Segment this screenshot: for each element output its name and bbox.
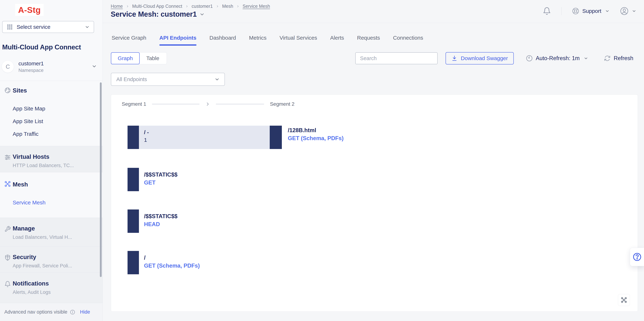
namespace-switcher[interactable]: C customer1 Namespace [2, 58, 100, 76]
breadcrumb-mcac[interactable]: Multi-Cloud App Connect [132, 4, 182, 9]
sidebar-nav: Sites App Site Map App Site List App Tra… [0, 81, 102, 303]
segment-connector-line [216, 104, 264, 105]
graph-node-bar-segment1[interactable] [128, 251, 139, 274]
sidebar-section-notifications[interactable]: Notifications Alerts, Audit Logs [0, 273, 102, 303]
auto-refresh-label: Auto-Refresh: 1m [536, 55, 580, 62]
breadcrumb-customer1[interactable]: customer1 [192, 4, 213, 9]
support-menu[interactable]: Support [572, 7, 609, 15]
app-root: A-Stg Select service Multi-Cloud App Con… [0, 0, 644, 321]
account-menu[interactable] [620, 7, 636, 16]
graph-view-button[interactable]: Graph [111, 52, 140, 64]
virtual-hosts-icon [4, 154, 11, 161]
sidebar-item-service-mesh[interactable]: Service Mesh [13, 196, 46, 209]
tab-connections[interactable]: Connections [393, 34, 423, 43]
chevron-down-icon [85, 25, 89, 29]
auto-refresh-control[interactable]: Auto-Refresh: 1m [526, 55, 588, 62]
sidebar-scrollbar-thumb[interactable] [100, 82, 102, 277]
sidebar-item-app-site-map[interactable]: App Site Map [13, 102, 45, 115]
brand-logo: A-Stg [15, 4, 44, 16]
main-content: Home Multi-Cloud App Connect customer1 M… [103, 0, 644, 321]
chevron-right-icon [205, 102, 210, 106]
tab-requests[interactable]: Requests [357, 34, 380, 43]
sidebar-section-items: Service Mesh [13, 196, 46, 209]
endpoint-path: /$$STATIC$$ [144, 171, 178, 179]
graph-node-bar-segment1[interactable] [128, 126, 139, 149]
support-label: Support [582, 8, 601, 14]
chevron-down-icon [605, 9, 609, 13]
sidebar-section-items: App Site Map App Site List App Traffic [13, 102, 45, 140]
api-endpoints-graph-panel: Segment 1 Segment 2 / - 1 [111, 95, 638, 311]
tab-alerts[interactable]: Alerts [330, 34, 344, 43]
wrench-icon [4, 226, 11, 233]
graph-node-bar-segment2[interactable] [270, 126, 282, 149]
clock-icon [526, 55, 533, 62]
sidebar-section-title-virtual-hosts[interactable]: Virtual Hosts [13, 153, 50, 160]
chevron-down-icon[interactable] [200, 12, 204, 17]
download-icon [451, 55, 458, 61]
sidebar-section-title-notifications[interactable]: Notifications [13, 280, 49, 287]
refresh-label: Refresh [614, 55, 633, 62]
breadcrumb-service-mesh[interactable]: Service Mesh [242, 4, 270, 9]
select-service-label: Select service [17, 24, 50, 30]
graph-node-bar-segment1[interactable] [128, 209, 139, 233]
page-title: Service Mesh: customer1 [111, 10, 197, 18]
tab-metrics[interactable]: Metrics [249, 34, 267, 43]
graph-node-label[interactable]: /$$STATIC$$ HEAD [144, 212, 178, 228]
refresh-button[interactable]: Refresh [604, 55, 633, 62]
segment1-label: Segment 1 [122, 101, 146, 107]
graph-node-label[interactable]: /$$STATIC$$ GET [144, 171, 178, 187]
tab-api-endpoints[interactable]: API Endpoints [159, 34, 196, 43]
sidebar-section-manage[interactable]: Manage Load Balancers, Virtual H... [0, 218, 102, 246]
breadcrumb-home[interactable]: Home [111, 4, 123, 9]
segment2-label: Segment 2 [270, 101, 294, 107]
apps-grid-icon [7, 24, 13, 30]
search-input[interactable] [355, 52, 438, 64]
fit-to-screen-button[interactable] [618, 294, 630, 306]
tab-virtual-services[interactable]: Virtual Services [280, 34, 317, 43]
sidebar-section-title-manage[interactable]: Manage [13, 225, 35, 232]
namespace-name: customer1 [18, 60, 44, 67]
tab-bar: Service Graph API Endpoints Dashboard Me… [112, 34, 423, 43]
graph-node-label[interactable]: /128B.html GET (Schema, PDFs) [288, 126, 344, 142]
chevron-down-icon [215, 77, 220, 82]
hide-advanced-nav-link[interactable]: Hide [80, 309, 90, 315]
sidebar-item-app-traffic[interactable]: App Traffic [13, 128, 45, 140]
select-service-dropdown[interactable]: Select service [2, 21, 94, 33]
shield-icon [4, 254, 11, 262]
tab-dashboard[interactable]: Dashboard [210, 34, 236, 43]
sidebar-section-subtitle-manage: Load Balancers, Virtual H... [13, 234, 72, 240]
sidebar-section-security[interactable]: Security App Firewall, Service Poli... [0, 246, 102, 273]
download-swagger-button[interactable]: Download Swagger [446, 52, 514, 65]
namespace-meta: customer1 Namespace [18, 60, 44, 73]
endpoint-method: GET [144, 179, 178, 187]
help-button[interactable] [630, 248, 644, 266]
sidebar-section-subtitle-virtual-hosts: HTTP Load Balancers, TC... [13, 163, 74, 168]
bell-icon[interactable] [543, 7, 551, 15]
sidebar-section-title-security[interactable]: Security [13, 254, 36, 260]
sidebar-section-title-mesh[interactable]: Mesh [13, 181, 28, 188]
tab-service-graph[interactable]: Service Graph [112, 34, 146, 43]
view-toggle: Graph Table [111, 52, 167, 64]
toolbar-right: Download Swagger Auto-Refresh: 1m Refre [355, 52, 633, 65]
advanced-nav-status: Advanced nav options visible [4, 309, 67, 315]
breadcrumb-mesh[interactable]: Mesh [222, 4, 233, 9]
refresh-icon [604, 55, 611, 62]
info-icon [70, 309, 75, 315]
endpoint-method: GET (Schema, PDFs) [288, 134, 344, 142]
namespace-avatar: C [2, 61, 14, 73]
sidebar: A-Stg Select service Multi-Cloud App Con… [0, 0, 103, 321]
toolbar: Graph Table Download Swagger Auto-Refres… [111, 52, 633, 65]
topbar: Home Multi-Cloud App Connect customer1 M… [103, 0, 644, 23]
sidebar-section-title-sites[interactable]: Sites [13, 87, 27, 94]
topbar-actions: Support [543, 7, 636, 16]
graph-node-bar-segment1[interactable] [128, 168, 139, 191]
endpoint-filter-select[interactable]: All Endpoints [111, 73, 225, 86]
endpoint-path: /$$STATIC$$ [144, 212, 178, 220]
sidebar-section-virtual-hosts[interactable]: Virtual Hosts HTTP Load Balancers, TC... [0, 146, 102, 172]
chevron-right-icon [236, 5, 239, 8]
table-view-button[interactable]: Table [139, 52, 167, 64]
breadcrumb: Home Multi-Cloud App Connect customer1 M… [111, 4, 270, 9]
sankey-link-band: / - 1 [139, 126, 270, 149]
sidebar-item-app-site-list[interactable]: App Site List [13, 115, 45, 128]
graph-node-label[interactable]: / GET (Schema, PDFs) [144, 254, 200, 270]
